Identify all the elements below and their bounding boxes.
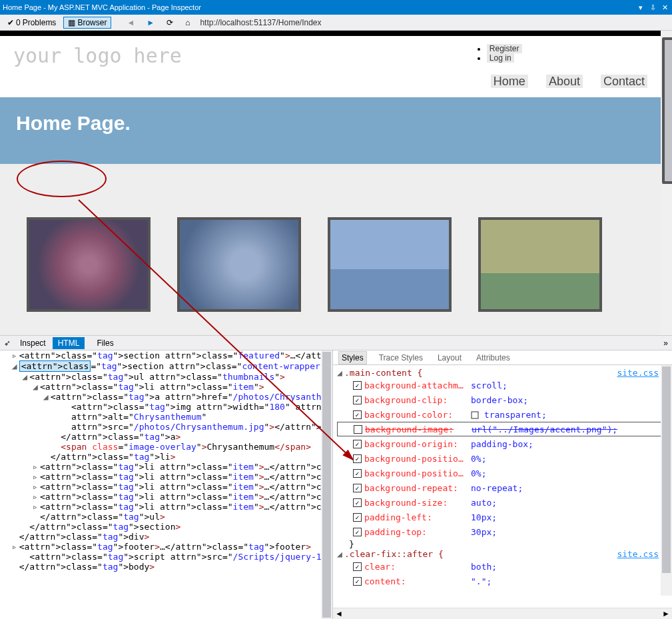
property-checkbox[interactable] xyxy=(353,484,362,492)
tree-node[interactable]: ▹<attrn">class="tag">li attrn">class="it… xyxy=(1,462,332,472)
tree-node[interactable]: ▹<attrn">class="tag">li attrn">class="it… xyxy=(1,502,332,512)
tab-attributes[interactable]: Attributes xyxy=(474,352,513,364)
property-checkbox[interactable] xyxy=(353,498,362,507)
tab-styles[interactable]: Styles xyxy=(338,351,367,364)
tree-node[interactable]: </attrn">class="tag">section> xyxy=(1,522,332,532)
thumbnail-item[interactable] xyxy=(177,217,301,312)
thumbnail-item[interactable] xyxy=(27,217,151,312)
thumbnail-item[interactable] xyxy=(478,217,602,312)
property-checkbox[interactable] xyxy=(354,425,362,434)
tree-node[interactable]: ◢<attrn">class="tag">section attrn">clas… xyxy=(1,360,332,372)
scroll-left-icon[interactable]: ◄ xyxy=(334,609,344,618)
tree-node[interactable]: ▹<attrn">class="tag">li attrn">class="it… xyxy=(1,492,332,502)
refresh-button[interactable]: ⟳ xyxy=(162,17,178,29)
tree-node[interactable]: ▹<attrn">class="tag">li attrn">class="it… xyxy=(1,472,332,482)
tree-node[interactable]: </attrn">class="tag">body> xyxy=(1,562,332,572)
tree-node[interactable]: </attrn">class="tag">ul> xyxy=(1,512,332,522)
source-link[interactable]: site.css xyxy=(617,368,659,378)
pin-icon[interactable]: ⇩ xyxy=(648,3,657,12)
css-property-row[interactable]: background-repeat: no-repeat; xyxy=(337,480,668,495)
tree-node[interactable]: <attrn">class="tag">img attrn">width="18… xyxy=(1,402,332,412)
forward-button[interactable]: ► xyxy=(142,17,159,29)
tree-node[interactable]: attrn">src="/photos/Chrysanthemum.jpg"><… xyxy=(1,422,332,432)
nav-home[interactable]: Home xyxy=(491,75,528,88)
css-property-row[interactable]: background-color: transparent; xyxy=(337,407,668,422)
tree-toggle-icon[interactable]: ◢ xyxy=(43,392,51,402)
tree-toggle-icon[interactable]: ◢ xyxy=(22,372,29,382)
annotation-ellipse xyxy=(17,161,107,197)
css-property-row[interactable]: background-clip: border-box; xyxy=(337,392,668,407)
tab-files[interactable]: Files xyxy=(91,337,119,349)
tree-node[interactable]: ▹<attrn">class="tag">section attrn">clas… xyxy=(1,350,332,360)
source-link[interactable]: site.css xyxy=(617,549,659,559)
tree-node[interactable]: attrn">alt="Chrysanthemum" xyxy=(1,412,332,422)
inspect-pointer-icon[interactable]: ➶ xyxy=(4,338,13,348)
tree-toggle-icon[interactable]: ▹ xyxy=(33,462,40,472)
login-link[interactable]: Log in xyxy=(487,53,514,63)
property-checkbox[interactable] xyxy=(353,381,362,390)
property-checkbox[interactable] xyxy=(353,562,362,571)
property-checkbox[interactable] xyxy=(353,396,362,404)
tree-node[interactable]: </attrn">class="tag">li> xyxy=(1,452,332,462)
css-property-row[interactable]: padding-left: 10px; xyxy=(337,510,668,524)
scroll-right-icon[interactable]: ► xyxy=(661,609,671,618)
tree-node[interactable]: </attrn">class="tag">a> xyxy=(1,432,332,442)
css-rules[interactable]: site.css◢.main-content {background-attac… xyxy=(333,365,672,608)
close-icon[interactable]: ✕ xyxy=(660,3,669,12)
tree-toggle-icon[interactable]: ▹ xyxy=(33,492,40,502)
inspect-label[interactable]: Inspect xyxy=(20,338,46,348)
address-bar[interactable]: http://localhost:51137/Home/Index xyxy=(197,18,669,27)
tree-toggle-icon[interactable]: ◢ xyxy=(33,382,40,392)
tree-node[interactable]: ▹<attrn">class="tag">footer>…</attrn">cl… xyxy=(1,542,332,552)
thumbnail-item[interactable] xyxy=(328,217,452,312)
property-checkbox[interactable] xyxy=(353,440,362,448)
css-property-row[interactable]: background-origin: padding-box; xyxy=(337,436,668,451)
tab-html[interactable]: HTML xyxy=(53,337,85,349)
html-tree-pane[interactable]: ▹<attrn">class="tag">section attrn">clas… xyxy=(0,350,333,619)
browser-viewport: your logo here Register Log in Home Abou… xyxy=(0,31,672,336)
css-property-row[interactable]: clear: both; xyxy=(337,559,668,574)
register-link[interactable]: Register xyxy=(487,44,522,53)
browser-mode-button[interactable]: ▦ Browser xyxy=(63,17,111,29)
property-checkbox[interactable] xyxy=(353,513,362,522)
css-property-row[interactable]: background-image: url("../Images/accent.… xyxy=(337,422,668,436)
css-property-row[interactable]: background-positio… 0%; xyxy=(337,451,668,466)
tree-toggle-icon[interactable]: ▹ xyxy=(33,502,40,512)
tree-node[interactable]: <span class="image-overlay">Chrysanthemu… xyxy=(1,442,332,452)
tree-toggle-icon[interactable]: ◢ xyxy=(12,361,19,371)
horizontal-scrollbar[interactable]: ◄ ► xyxy=(333,608,672,619)
property-checkbox[interactable] xyxy=(353,469,362,478)
nav-about[interactable]: About xyxy=(546,75,583,88)
css-property-row[interactable]: content: "."; xyxy=(337,574,668,588)
vertical-scrollbar[interactable] xyxy=(661,31,672,335)
tab-trace-styles[interactable]: Trace Styles xyxy=(376,352,426,364)
back-button[interactable]: ◄ xyxy=(122,17,139,29)
tree-toggle-icon[interactable]: ▹ xyxy=(12,542,19,552)
css-property-row[interactable]: background-positio… 0%; xyxy=(337,466,668,480)
css-property-row[interactable]: background-size: auto; xyxy=(337,495,668,510)
tree-toggle-icon[interactable]: ▹ xyxy=(12,350,19,360)
tab-layout[interactable]: Layout xyxy=(435,352,464,364)
tree-node[interactable]: ▹<attrn">class="tag">li attrn">class="it… xyxy=(1,482,332,492)
property-checkbox[interactable] xyxy=(353,410,362,419)
tree-toggle-icon[interactable]: ▹ xyxy=(33,482,40,492)
css-property-row[interactable]: background-attachm… scroll; xyxy=(337,378,668,392)
property-checkbox[interactable] xyxy=(353,528,362,536)
tree-node[interactable]: ◢<attrn">class="tag">a attrn">href="/pho… xyxy=(1,392,332,402)
dropdown-icon[interactable]: ▾ xyxy=(636,3,645,12)
vertical-scrollbar[interactable] xyxy=(661,365,672,596)
tree-node[interactable]: <attrn">class="tag">script attrn">src="/… xyxy=(1,552,332,562)
nav-contact[interactable]: Contact xyxy=(601,75,647,88)
expand-panel-icon[interactable]: » xyxy=(663,338,668,348)
css-property-row[interactable]: padding-top: 30px; xyxy=(337,524,668,539)
site-logo: your logo here xyxy=(13,44,182,97)
property-checkbox[interactable] xyxy=(353,454,362,463)
tree-node[interactable]: ◢<attrn">class="tag">li attrn">class="it… xyxy=(1,382,332,392)
problems-button[interactable]: ✔ 0 Problems xyxy=(3,17,61,29)
tree-node[interactable]: </attrn">class="tag">div> xyxy=(1,532,332,542)
tree-toggle-icon[interactable]: ▹ xyxy=(33,472,40,482)
property-checkbox[interactable] xyxy=(353,577,362,586)
home-button[interactable]: ⌂ xyxy=(180,17,194,29)
tree-node[interactable]: ◢<attrn">class="tag">ul attrn">class="th… xyxy=(1,372,332,382)
vertical-scrollbar[interactable] xyxy=(321,350,332,619)
